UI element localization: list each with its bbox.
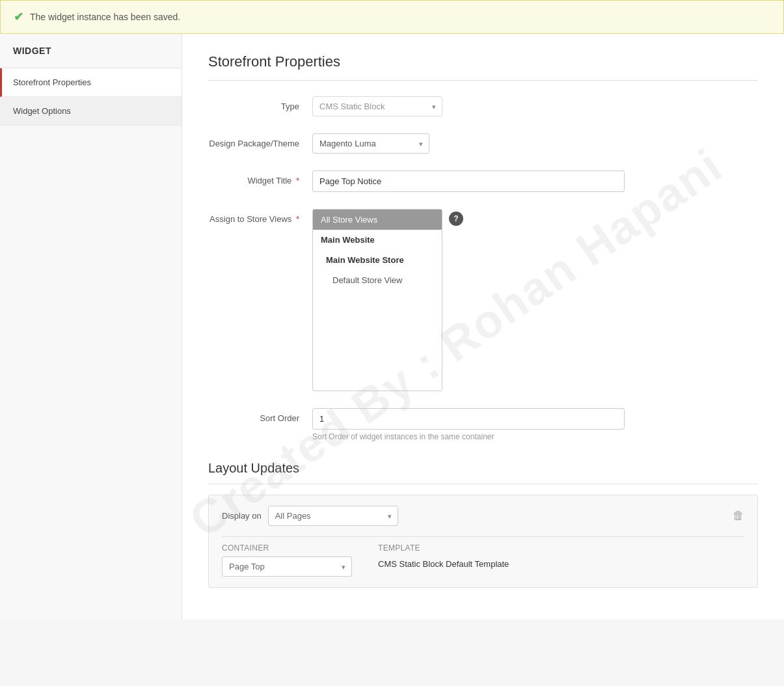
container-field: Container Page Top Page Bottom Header Fo… [222,543,352,577]
store-views-control: All Store Views Main Website Main Websit… [312,209,625,391]
sidebar: WIDGET Storefront Properties Widget Opti… [0,34,182,620]
type-select-wrapper: CMS Static Block ▾ [312,96,442,117]
store-views-help-icon[interactable]: ? [449,212,463,226]
layout-updates-section: Layout Updates Display on All Pages Spec… [208,461,758,588]
widget-title-required: * [296,176,299,185]
layout-fields: Container Page Top Page Bottom Header Fo… [222,536,744,577]
sort-order-hint: Sort Order of widget instances in the sa… [312,432,625,441]
store-views-required: * [296,214,299,224]
template-field: Template CMS Static Block Default Templa… [378,543,509,577]
sidebar-item-widget-options[interactable]: Widget Options [0,97,182,126]
type-row: Type CMS Static Block ▾ [208,94,758,117]
display-on-select-wrapper: All Pages Specified Page Page Layouts Ge… [268,506,398,526]
container-select[interactable]: Page Top Page Bottom Header Footer [222,556,352,577]
store-option-main-website[interactable]: Main Website [313,230,442,250]
type-label: Type [208,96,312,111]
display-on-label: Display on [222,511,262,521]
layout-display-row: Display on All Pages Specified Page Page… [222,506,744,526]
layout-display-left: Display on All Pages Specified Page Page… [222,506,398,526]
success-message: The widget instance has been saved. [30,12,180,22]
design-label: Design Package/Theme [208,133,312,148]
widget-title-control [312,171,625,192]
success-check-icon: ✔ [14,10,23,24]
design-select-wrapper: Magento Luma ▾ [312,133,429,154]
delete-layout-icon[interactable]: 🗑 [733,509,744,523]
type-select[interactable]: CMS Static Block [312,96,442,117]
storefront-section-title: Storefront Properties [208,53,758,81]
type-control: CMS Static Block ▾ [312,96,625,117]
main-layout: WIDGET Storefront Properties Widget Opti… [0,34,784,620]
design-select[interactable]: Magento Luma [312,133,429,154]
widget-title-input[interactable] [312,171,625,192]
sort-order-control: Sort Order of widget instances in the sa… [312,408,625,441]
success-banner: ✔ The widget instance has been saved. [0,0,784,34]
store-views-container: All Store Views Main Website Main Websit… [312,209,625,391]
layout-updates-title: Layout Updates [208,461,758,484]
sort-order-input[interactable] [312,408,625,430]
design-row: Design Package/Theme Magento Luma ▾ [208,131,758,154]
sidebar-title: WIDGET [0,34,182,68]
display-on-select[interactable]: All Pages Specified Page Page Layouts Ge… [268,506,398,526]
widget-title-label: Widget Title * [208,171,312,185]
template-field-label: Template [378,543,509,553]
container-field-label: Container [222,543,352,553]
store-listbox[interactable]: All Store Views Main Website Main Websit… [312,209,442,391]
store-views-row: Assign to Store Views * All Store Views … [208,206,758,391]
container-select-wrapper: Page Top Page Bottom Header Footer ▾ [222,556,352,577]
store-option-main-website-store[interactable]: Main Website Store [313,250,442,270]
sidebar-item-storefront[interactable]: Storefront Properties [0,68,182,97]
content-area: Storefront Properties Type CMS Static Bl… [182,34,784,620]
design-control: Magento Luma ▾ [312,133,625,154]
widget-title-row: Widget Title * [208,168,758,192]
sort-order-label: Sort Order [208,408,312,423]
store-option-all[interactable]: All Store Views [313,210,442,230]
store-option-default-store-view[interactable]: Default Store View [313,270,442,290]
sort-order-row: Sort Order Sort Order of widget instance… [208,405,758,441]
layout-row: Display on All Pages Specified Page Page… [208,495,758,588]
template-field-value: CMS Static Block Default Template [378,556,509,569]
store-views-label: Assign to Store Views * [208,209,312,224]
